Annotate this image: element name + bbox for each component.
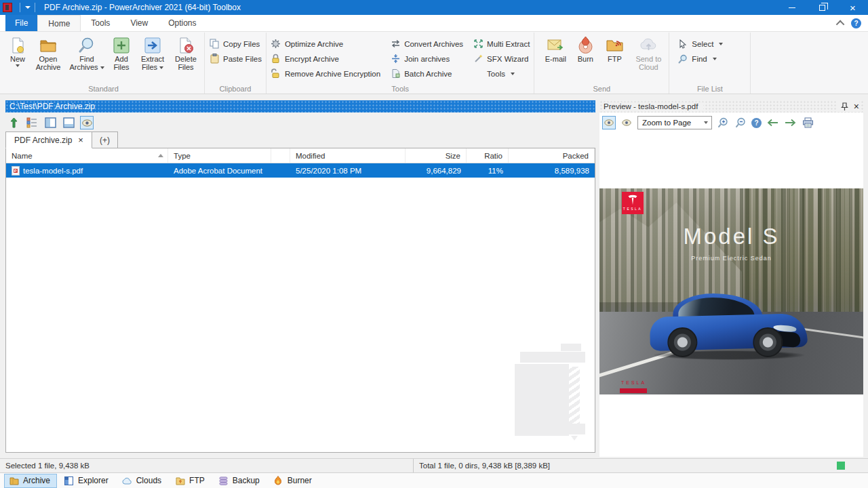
sfx-wizard-button[interactable]: SFX Wizard (473, 52, 530, 65)
horizontal-split-button[interactable] (62, 116, 75, 129)
email-button[interactable]: E-mail (544, 35, 567, 83)
minimize-button[interactable] (776, 0, 807, 15)
pdf-file-icon (12, 166, 20, 176)
remove-archive-encryption-label: Remove Archive Encryption (285, 70, 380, 78)
vertical-split-button[interactable] (43, 116, 57, 129)
eye-icon (82, 119, 92, 127)
file-type: Adobe Acrobat Document (174, 167, 262, 175)
find-archives-button[interactable]: Find Archives (68, 35, 106, 83)
preview-help-icon[interactable]: ? (751, 118, 762, 128)
zoom-in-button[interactable] (716, 116, 730, 129)
eye-icon (622, 119, 631, 126)
next-page-button[interactable] (783, 116, 797, 129)
mode-tab-burner[interactable]: Burner (269, 474, 319, 488)
new-button[interactable]: New (7, 35, 28, 83)
open-archive-button[interactable]: Open Archive (32, 35, 64, 83)
multi-extract-button[interactable]: Multi Extract (473, 37, 530, 50)
mode-tab-clouds-label: Clouds (136, 476, 161, 485)
help-icon[interactable]: ? (851, 18, 861, 28)
extract-files-button[interactable]: Extract Files (137, 35, 168, 83)
optimize-archive-button[interactable]: Optimize Archive (271, 37, 380, 50)
search-icon (78, 36, 96, 54)
collapse-ribbon-icon[interactable] (836, 20, 845, 28)
select-button[interactable]: Select (677, 37, 723, 50)
printer-icon (802, 117, 814, 128)
burn-button[interactable]: Burn (574, 35, 597, 83)
powerarchiver-watermark (515, 344, 587, 445)
app-icon[interactable] (3, 3, 12, 12)
view-toolbar (5, 115, 94, 131)
quick-access-chevron-icon[interactable] (25, 5, 30, 10)
column-header-type[interactable]: Type (168, 148, 271, 163)
column-header-size[interactable]: Size (406, 148, 467, 163)
column-header-packed[interactable]: Packed (509, 148, 595, 163)
archive-folder-icon (9, 476, 19, 486)
add-files-button[interactable]: Add Files (109, 35, 134, 83)
preview-off-button[interactable] (620, 116, 633, 129)
table-row[interactable]: tesla-model-s.pdf Adobe Acrobat Document… (6, 163, 595, 178)
zoom-select[interactable]: Zoom to Page (637, 116, 712, 129)
restore-icon (819, 5, 825, 11)
dropdown-caret-icon (713, 58, 717, 60)
mode-tab-backup[interactable]: Backup (214, 474, 267, 488)
chevron-down-icon (704, 121, 708, 124)
archive-tab-label: PDF Archive.zip (14, 136, 72, 145)
print-button[interactable] (801, 116, 814, 129)
wand-icon (473, 54, 484, 64)
column-header-name[interactable]: Name (6, 148, 168, 163)
status-total: Total 1 file, 0 dirs, 9,438 kB [8,389 kB… (419, 462, 550, 470)
new-document-icon (9, 36, 27, 54)
batch-document-icon (390, 68, 401, 79)
tab-tools[interactable]: Tools (81, 15, 120, 31)
join-archives-button[interactable]: Join archives (390, 52, 463, 65)
batch-archive-button[interactable]: Batch Archive (390, 67, 463, 80)
sort-ascending-icon (158, 154, 163, 157)
minimize-icon (789, 7, 795, 8)
file-size: 9,664,829 (427, 167, 461, 175)
archive-tab-active[interactable]: PDF Archive.zip × (5, 131, 92, 148)
column-header-modified[interactable]: Modified (290, 148, 406, 163)
tab-view[interactable]: View (120, 15, 158, 31)
preview-close-icon[interactable]: × (854, 101, 859, 112)
zoom-out-button[interactable] (734, 116, 747, 129)
delete-files-button[interactable]: Delete Files (172, 35, 200, 83)
ftp-button[interactable]: FTP (604, 35, 625, 83)
mode-tab-archive[interactable]: Archive (4, 474, 57, 488)
mode-tab-explorer[interactable]: Explorer (59, 474, 115, 488)
preview-pane-toggle-button[interactable] (80, 116, 94, 129)
convert-archives-button[interactable]: Convert Archives (390, 37, 463, 50)
address-bar[interactable]: C:\Test\PDF Archive.zip (5, 100, 595, 113)
file-menu-button[interactable]: File (5, 15, 37, 31)
up-directory-button[interactable] (7, 116, 20, 129)
tab-options[interactable]: Options (158, 15, 206, 31)
tesla-car-image (650, 281, 807, 357)
column-header-ratio[interactable]: Ratio (467, 148, 509, 163)
copy-files-button[interactable]: Copy Files (209, 37, 262, 50)
dropdown-caret-icon (159, 66, 163, 69)
ribbon-group-clipboard: Copy Files Paste Files Clipboard (205, 33, 267, 94)
delete-file-icon (177, 36, 195, 54)
mode-tab-clouds[interactable]: Clouds (117, 474, 168, 488)
details-view-button[interactable] (25, 116, 39, 129)
new-archive-tab[interactable]: (+) (92, 131, 118, 148)
pin-icon[interactable] (841, 102, 848, 111)
remove-archive-encryption-button[interactable]: Remove Archive Encryption (271, 67, 380, 80)
previous-page-button[interactable] (766, 116, 779, 129)
preview-on-button[interactable] (602, 116, 616, 129)
mode-tab-ftp[interactable]: FTP (170, 474, 212, 488)
encrypt-archive-button[interactable]: Encrypt Archive (271, 52, 380, 65)
tools-menu-button[interactable]: Tools (473, 67, 530, 80)
send-to-cloud-button[interactable]: Send to Cloud (632, 35, 665, 83)
file-ratio: 11% (488, 167, 503, 175)
restore-button[interactable] (807, 0, 837, 15)
eye-icon (604, 119, 614, 126)
arrow-right-icon (785, 119, 796, 127)
find-button[interactable]: Find (677, 52, 723, 65)
tab-home[interactable]: Home (37, 15, 81, 31)
tesla-red-bar (620, 388, 647, 393)
tab-close-icon[interactable]: × (78, 136, 83, 144)
paste-files-button[interactable]: Paste Files (209, 52, 262, 65)
column-header-blank[interactable] (271, 148, 290, 163)
flame-icon (273, 476, 283, 486)
close-button[interactable]: × (837, 0, 868, 15)
